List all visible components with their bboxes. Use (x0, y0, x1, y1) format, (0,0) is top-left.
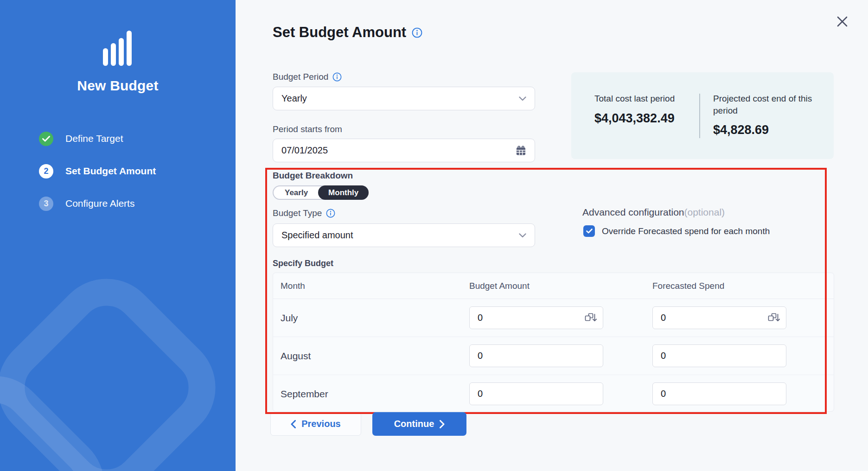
forecasted-spend-input[interactable] (653, 388, 741, 399)
column-month: Month (273, 281, 462, 291)
budget-amount-field (469, 306, 603, 329)
column-budget-amount: Budget Amount (462, 281, 645, 291)
period-starts-field (273, 139, 535, 162)
column-forecasted-spend: Forecasted Spend (645, 281, 834, 291)
budget-amount-field (469, 382, 603, 405)
step-label: Define Target (65, 133, 123, 144)
step-number-badge: 3 (39, 197, 53, 211)
step-define-target[interactable]: Define Target (39, 130, 156, 147)
period-starts-label-text: Period starts from (273, 124, 342, 134)
table-header: Month Budget Amount Forecasted Spend (273, 273, 834, 299)
step-done-check-icon (39, 132, 53, 146)
table-row-august: August (273, 337, 834, 375)
projected-cost-label: Projected cost end of this period (713, 93, 817, 116)
period-starts-label: Period starts from (273, 124, 342, 134)
chevron-down-icon (519, 233, 526, 238)
chevron-down-icon (519, 96, 526, 101)
wizard-sidebar: New Budget Define Target 2 Set Budget Am… (0, 0, 236, 471)
copy-down-icon[interactable] (584, 313, 597, 323)
info-icon[interactable] (332, 72, 342, 82)
override-forecast-checkbox-row[interactable]: Override Forecasted spend for each month (583, 225, 770, 237)
step-set-budget-amount[interactable]: 2 Set Budget Amount (39, 162, 156, 180)
override-forecast-label: Override Forecasted spend for each month (602, 226, 770, 236)
step-label: Set Budget Amount (65, 165, 156, 177)
close-icon[interactable] (835, 14, 849, 29)
copy-down-icon[interactable] (767, 313, 780, 323)
calendar-icon[interactable] (516, 145, 526, 156)
toggle-option-yearly[interactable]: Yearly (274, 188, 319, 197)
total-cost-label: Total cost last period (594, 93, 687, 105)
period-starts-input[interactable] (281, 145, 516, 156)
budget-breakdown-label-text: Budget Breakdown (273, 171, 353, 181)
specify-budget-table: Month Budget Amount Forecasted Spend Jul… (273, 273, 834, 412)
month-cell: September (273, 388, 462, 400)
step-configure-alerts[interactable]: 3 Configure Alerts (39, 195, 156, 212)
budget-type-value: Specified amount (281, 230, 519, 241)
budget-amount-input[interactable] (470, 388, 558, 399)
info-icon[interactable] (412, 27, 422, 38)
budget-period-value: Yearly (281, 93, 519, 104)
cost-summary-card: Total cost last period $4,043,382.49 Pro… (571, 72, 834, 159)
projected-cost-value: $4,828.69 (713, 123, 817, 137)
toggle-option-monthly[interactable]: Monthly (318, 185, 369, 200)
total-cost-value: $4,043,382.49 (594, 111, 687, 126)
budget-amount-input[interactable] (470, 312, 558, 323)
page-title-text: Set Budget Amount (273, 24, 406, 41)
budget-type-label-text: Budget Type (273, 208, 322, 218)
forecasted-spend-field (652, 382, 786, 405)
check-icon (586, 229, 593, 234)
forecasted-spend-input[interactable] (653, 350, 741, 361)
advanced-configuration-title: Advanced configuration(optional) (582, 207, 725, 218)
info-icon[interactable] (326, 209, 335, 218)
step-label: Configure Alerts (65, 198, 134, 209)
budget-breakdown-label: Budget Breakdown (273, 171, 353, 181)
previous-button[interactable]: Previous (270, 412, 361, 436)
budget-type-label: Budget Type (273, 208, 335, 218)
brand-watermark (0, 267, 236, 471)
table-row-july: July (273, 299, 834, 337)
chevron-right-icon (440, 420, 445, 428)
advanced-configuration-text: Advanced configuration (582, 207, 684, 217)
budget-type-select[interactable]: Specified amount (273, 223, 535, 247)
budget-breakdown-toggle: Yearly Monthly (273, 185, 369, 200)
month-cell: August (273, 350, 462, 362)
forecasted-spend-input[interactable] (653, 312, 741, 323)
month-cell: July (273, 312, 462, 324)
specify-budget-label: Specify Budget (273, 259, 333, 268)
step-number-badge: 2 (39, 164, 53, 178)
checkbox-checked[interactable] (583, 225, 595, 237)
optional-text: (optional) (684, 207, 725, 217)
budget-period-label: Budget Period (273, 72, 342, 82)
wizard-title: New Budget (0, 78, 236, 94)
table-row-september: September (273, 375, 834, 412)
previous-button-label: Previous (301, 419, 340, 429)
total-cost-last-period: Total cost last period $4,043,382.49 (594, 93, 687, 126)
continue-button-label: Continue (394, 419, 434, 429)
budget-period-select[interactable]: Yearly (273, 87, 535, 110)
forecasted-spend-field (652, 306, 786, 329)
continue-button[interactable]: Continue (372, 412, 466, 436)
bar-chart-logo-icon (0, 31, 236, 68)
budget-amount-field (469, 344, 603, 367)
set-budget-amount-panel: Set Budget Amount Budget Period Yearly P… (236, 0, 868, 471)
forecasted-spend-field (652, 344, 786, 367)
budget-period-label-text: Budget Period (273, 72, 328, 82)
summary-divider (699, 94, 700, 138)
page-title: Set Budget Amount (273, 24, 422, 41)
budget-amount-input[interactable] (470, 350, 558, 361)
projected-cost-end: Projected cost end of this period $4,828… (713, 93, 817, 137)
wizard-steps: Define Target 2 Set Budget Amount 3 Conf… (39, 130, 156, 227)
chevron-left-icon (291, 420, 296, 428)
